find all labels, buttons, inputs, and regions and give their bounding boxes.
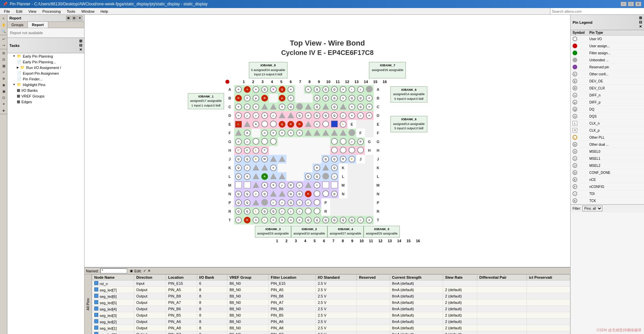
pin-cell[interactable]: Q: [330, 111, 339, 120]
pin-cell[interactable]: [304, 94, 313, 103]
pin-cell[interactable]: A: [260, 181, 269, 190]
pin-cell[interactable]: [313, 155, 321, 163]
table-row[interactable]: seg_led[7] Output PIN_A5 8 B8_N0 PIN_A5 …: [92, 287, 570, 293]
pin-cell[interactable]: Q: [321, 85, 330, 94]
pin-cell[interactable]: [304, 146, 313, 155]
report-close-button[interactable]: ✕: [77, 16, 82, 20]
pin-cell[interactable]: [330, 181, 339, 190]
table-row[interactable]: seg_led[6] Output PIN_B8 8 B8_N0 PIN_B8 …: [92, 293, 570, 299]
pin-cell[interactable]: Q: [330, 155, 339, 163]
pin-cell[interactable]: [269, 94, 278, 103]
pin-cell[interactable]: Q: [295, 111, 304, 120]
tool-8[interactable]: ⊡: [1, 94, 7, 101]
table-row[interactable]: seg_led[3] Output PIN_B5 8 B8_N0 PIN_B5 …: [92, 312, 570, 319]
pin-cell[interactable]: n: [243, 94, 252, 103]
pin-cell[interactable]: [295, 155, 304, 163]
pin-cell[interactable]: [313, 198, 321, 207]
pin-cell[interactable]: Q: [286, 198, 295, 207]
pin-cell[interactable]: Q: [234, 155, 243, 163]
tasks-float-button[interactable]: ⊞: [79, 39, 82, 43]
pin-cell[interactable]: n: [278, 129, 286, 137]
pin-cell[interactable]: E: [347, 155, 356, 163]
pin-cell[interactable]: L: [339, 120, 347, 129]
pin-cell[interactable]: p: [252, 94, 260, 103]
pin-cell[interactable]: [295, 137, 304, 146]
report-restore-button[interactable]: ⊟: [72, 16, 76, 20]
tool-3[interactable]: ▦: [1, 63, 7, 69]
pin-cell[interactable]: [304, 181, 313, 190]
pin-cell[interactable]: Q: [313, 94, 321, 103]
pin-cell[interactable]: Q: [295, 190, 304, 198]
tree-item-run-io[interactable]: ▶ 📁 Run I/O Assignment /: [7, 65, 84, 70]
pin-cell[interactable]: n: [286, 129, 295, 137]
pin-cell[interactable]: D: [243, 216, 252, 224]
pin-cell[interactable]: n: [347, 111, 356, 120]
tasks-restore-button[interactable]: ⊟: [79, 43, 82, 48]
pin-cell[interactable]: D: [286, 120, 295, 129]
pin-cell[interactable]: E: [252, 155, 260, 163]
pin-cell[interactable]: n: [252, 216, 260, 224]
legend-close-button[interactable]: ✕: [639, 24, 642, 29]
pin-cell[interactable]: S: [243, 172, 252, 181]
pin-cell[interactable]: D: [356, 137, 365, 146]
pin-cell[interactable]: [252, 163, 260, 172]
pin-cell[interactable]: [243, 181, 252, 190]
pin-cell[interactable]: p: [252, 190, 260, 198]
pin-cell[interactable]: p: [269, 111, 278, 120]
pin-cell[interactable]: [339, 129, 347, 137]
edit-checkmark[interactable]: ✓: [143, 269, 146, 273]
tree-item-vref-groups[interactable]: ▦ VREF Groups: [7, 93, 84, 99]
pin-cell[interactable]: [260, 120, 269, 129]
table-row[interactable]: seg_led[0] Output PIN_B7 8 B8_N0 PIN_B7 …: [92, 331, 570, 334]
pin-cell[interactable]: n: [243, 85, 252, 94]
pin-cell[interactable]: Q: [304, 172, 313, 181]
pin-cell[interactable]: K: [243, 146, 252, 155]
pin-cell[interactable]: Q: [347, 94, 356, 103]
pin-cell[interactable]: n: [269, 216, 278, 224]
pin-cell[interactable]: [278, 146, 286, 155]
pin-cell[interactable]: [356, 146, 365, 155]
pin-cell[interactable]: [269, 190, 278, 198]
pin-cell[interactable]: D: [286, 181, 295, 190]
pin-cell[interactable]: n: [347, 103, 356, 111]
pin-cell[interactable]: M: [260, 155, 269, 163]
pin-cell[interactable]: [330, 137, 339, 146]
pin-cell[interactable]: p: [286, 207, 295, 216]
pin-cell[interactable]: Q: [313, 111, 321, 120]
pin-cell[interactable]: n: [365, 111, 374, 120]
pin-cell[interactable]: [304, 120, 313, 129]
report-float-button[interactable]: ⊞: [66, 16, 71, 20]
pin-cell[interactable]: [313, 129, 321, 137]
menu-edit[interactable]: Edit: [13, 9, 25, 14]
pin-cell[interactable]: A: [313, 181, 321, 190]
tool-6[interactable]: ◉: [1, 82, 7, 88]
tool-pan[interactable]: ✋: [1, 22, 7, 28]
pin-cell[interactable]: p: [356, 111, 365, 120]
pin-cell[interactable]: n: [304, 111, 313, 120]
pin-cell[interactable]: [278, 155, 286, 163]
tree-item-early-pin-planning-folder[interactable]: ▼ 📁 Early Pin Planning: [7, 53, 84, 59]
pin-cell[interactable]: p: [243, 111, 252, 120]
filter-select[interactable]: Pins: all: [582, 206, 602, 211]
pin-cell[interactable]: n: [234, 85, 243, 94]
table-row[interactable]: seg_led[1] Output PIN_A8 8 B8_N0 PIN_A8 …: [92, 325, 570, 331]
pin-cell[interactable]: Q: [269, 207, 278, 216]
pin-cell[interactable]: Q: [321, 94, 330, 103]
pin-cell[interactable]: [286, 155, 295, 163]
pin-cell[interactable]: [252, 129, 260, 137]
pin-cell[interactable]: L: [234, 120, 243, 129]
tool-10[interactable]: ◈: [1, 107, 7, 113]
pin-cell[interactable]: [321, 137, 330, 146]
pin-cell[interactable]: Q: [330, 216, 339, 224]
pin-cell[interactable]: n: [286, 216, 295, 224]
search-input[interactable]: [552, 9, 643, 13]
pin-cell[interactable]: [321, 146, 330, 155]
pin-cell[interactable]: [260, 163, 269, 172]
pin-cell[interactable]: Q: [330, 103, 339, 111]
pin-cell[interactable]: Q: [260, 190, 269, 198]
pin-cell[interactable]: [295, 172, 304, 181]
pin-cell[interactable]: Q: [260, 85, 269, 94]
tool-4[interactable]: ≡: [1, 69, 7, 75]
pin-cell[interactable]: p: [278, 181, 286, 190]
pin-cell[interactable]: [252, 172, 260, 181]
